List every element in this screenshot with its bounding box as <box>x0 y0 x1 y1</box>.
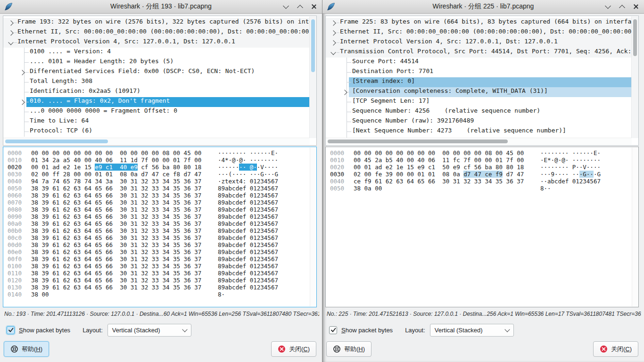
hex-row[interactable]: 005038 39 61 62 63 64 65 66 30 31 32 33 … <box>8 185 310 192</box>
tree-horizontal-scrollbar-thumb[interactable] <box>328 140 508 143</box>
hex-row[interactable]: 007038 39 61 62 63 64 65 66 30 31 32 33 … <box>8 199 310 206</box>
expander-expand-icon[interactable] <box>330 20 336 25</box>
hex-row[interactable]: 005038 0a 008·· <box>330 185 632 192</box>
tree-row[interactable]: .... 0101 = Header Length: 20 bytes (5) <box>3 58 310 67</box>
maximize-window-button[interactable] <box>619 3 625 10</box>
show-packet-bytes-checkbox[interactable] <box>7 326 15 334</box>
tree-row[interactable]: Frame 225: 83 bytes on wire (664 bits), … <box>326 18 632 28</box>
hex-row[interactable]: 001000 45 2a b5 40 00 40 06 11 fc 7f 00 … <box>330 156 632 164</box>
hex-row[interactable]: 0040ce f9 61 62 63 64 65 66 30 31 32 33 … <box>330 178 632 185</box>
hex-row[interactable]: 00e038 39 61 62 63 64 65 66 30 31 32 33 … <box>8 248 310 255</box>
tree-row[interactable]: Total Length: 308 <box>3 77 310 87</box>
packet-bytes-pane[interactable]: 000000 00 00 00 00 00 00 00 00 00 00 00 … <box>325 147 639 307</box>
expander-expand-icon[interactable] <box>330 40 336 45</box>
tree-row[interactable]: Sequence Number: 4256 (relative sequence… <box>326 107 632 117</box>
expander-expand-icon[interactable] <box>8 20 13 25</box>
tree-row[interactable]: Internet Protocol Version 4, Src: 127.0.… <box>326 38 632 48</box>
tree-row[interactable]: [Conversation completeness: Complete, WI… <box>326 87 632 97</box>
tree-row[interactable]: Source Port: 44514 <box>326 58 632 67</box>
hex-row[interactable]: 008038 39 61 62 63 64 65 66 30 31 32 33 … <box>8 206 310 213</box>
expander-expand-icon[interactable] <box>8 30 13 35</box>
show-packet-bytes-label[interactable]: Show packet bytes <box>341 327 393 334</box>
hex-vertical-scrollbar-track[interactable] <box>310 148 316 306</box>
hex-row[interactable]: 00a038 39 61 62 63 64 65 66 30 31 32 33 … <box>8 220 310 227</box>
tree-row[interactable]: [TCP Segment Len: 17] <box>326 97 632 107</box>
tree-horizontal-scrollbar-thumb[interactable] <box>5 140 108 143</box>
tree-row[interactable]: Differentiated Services Field: 0x00 (DSC… <box>3 67 310 77</box>
packet-summary-status: No.: 193 · Time: 201.471113126 · Source:… <box>4 311 319 317</box>
tree-horizontal-scrollbar-track[interactable] <box>3 138 310 145</box>
tree-row[interactable]: [Next Sequence Number: 4273 (relative se… <box>326 127 632 137</box>
tree-row[interactable]: Internet Protocol Version 4, Src: 127.0.… <box>3 38 310 48</box>
hex-row[interactable]: 00c038 39 61 62 63 64 65 66 30 31 32 33 … <box>8 234 310 241</box>
expander-expand-icon[interactable] <box>342 90 347 95</box>
hex-row[interactable]: 00f038 39 61 62 63 64 65 66 30 31 32 33 … <box>8 255 310 263</box>
hex-row[interactable]: 000000 00 00 00 00 00 00 00 00 00 00 00 … <box>8 149 310 156</box>
expander-expand-icon[interactable] <box>19 70 25 75</box>
hex-row[interactable]: 002000 01 ad e2 1e 15 e9 c1 40 e9 cf 56 … <box>8 164 310 171</box>
hex-ascii: ···9···· ···G···G <box>540 171 601 178</box>
titlebar[interactable]: Wireshark · 分组 193 · lib7.pcapng <box>0 0 322 14</box>
expander-expand-icon[interactable] <box>19 99 25 105</box>
tree-row[interactable]: 0100 .... = Version: 4 <box>3 48 310 58</box>
hex-row[interactable]: 004094 7a 74 65 78 74 34 3a 30 31 32 33 … <box>8 178 310 185</box>
expander-collapse-icon[interactable] <box>8 40 13 45</box>
hex-row[interactable]: 003002 00 ff 28 00 00 01 01 08 0a d7 47 … <box>8 171 310 178</box>
hex-ascii: 89abcdef 01234567 <box>218 248 278 255</box>
show-packet-bytes-label[interactable]: Show packet bytes <box>19 327 70 334</box>
tree-vertical-scrollbar-thumb[interactable] <box>633 19 637 56</box>
close-window-button[interactable] <box>311 3 317 10</box>
hex-row[interactable]: 002000 01 ad e2 1e 15 e9 c1 50 e9 cf 56 … <box>330 164 632 171</box>
hex-row[interactable]: 006038 39 61 62 63 64 65 66 30 31 32 33 … <box>8 192 310 199</box>
tree-row[interactable]: 010. .... = Flags: 0x2, Don't fragment <box>3 97 310 107</box>
tree-vertical-scrollbar-track[interactable] <box>631 16 638 138</box>
hex-row[interactable]: 003002 00 fe 39 00 00 01 01 08 0a d7 47 … <box>330 171 632 178</box>
hex-bytes: 01 34 2a a5 40 00 40 06 11 1d 7f 00 00 0… <box>31 156 206 164</box>
shade-window-button[interactable] <box>282 3 289 10</box>
hex-row[interactable]: 012038 39 61 62 63 64 65 66 30 31 32 33 … <box>8 277 310 284</box>
hex-row[interactable]: 010038 39 61 62 63 64 65 66 30 31 32 33 … <box>8 263 310 270</box>
tree-row[interactable]: ...0 0000 0000 0000 = Fragment Offset: 0 <box>3 107 310 117</box>
tree-row[interactable]: Ethernet II, Src: 00:00:00_00:00:00 (00:… <box>326 28 632 38</box>
tree-row[interactable]: Time to Live: 64 <box>3 117 310 127</box>
maximize-window-button[interactable] <box>297 3 303 10</box>
packet-detail-tree[interactable]: Frame 225: 83 bytes on wire (664 bits), … <box>325 16 639 146</box>
layout-select[interactable]: Vertical (Stacked) <box>107 324 191 337</box>
tree-row[interactable]: Protocol: TCP (6) <box>3 127 310 137</box>
hex-row[interactable]: 001001 34 2a a5 40 00 40 06 11 1d 7f 00 … <box>8 156 310 164</box>
close-window-button[interactable] <box>633 3 639 10</box>
packet-bytes-pane[interactable]: 000000 00 00 00 00 00 00 00 00 00 00 00 … <box>3 147 317 307</box>
hex-row[interactable]: 011038 39 61 62 63 64 65 66 30 31 32 33 … <box>8 270 310 277</box>
tree-vertical-scrollbar-thumb[interactable] <box>311 19 315 72</box>
close-icon <box>311 4 317 9</box>
tree-row[interactable]: [Stream index: 0] <box>326 77 632 87</box>
expander-collapse-icon[interactable] <box>330 49 336 55</box>
show-packet-bytes-checkbox[interactable] <box>329 326 337 334</box>
tree-row[interactable]: Destination Port: 7701 <box>326 67 632 77</box>
layout-select[interactable]: Vertical (Stacked) <box>430 324 514 337</box>
expander-expand-icon[interactable] <box>330 30 336 35</box>
hex-vertical-scrollbar-track[interactable] <box>632 148 638 306</box>
help-button[interactable]: 帮助(H) <box>4 341 49 357</box>
help-button[interactable]: 帮助(H) <box>326 341 372 357</box>
hex-row[interactable]: 00b038 39 61 62 63 64 65 66 30 31 32 33 … <box>8 227 310 234</box>
hex-row[interactable]: 009038 39 61 62 63 64 65 66 30 31 32 33 … <box>8 213 310 220</box>
hex-row[interactable]: 00d038 39 61 62 63 64 65 66 30 31 32 33 … <box>8 241 310 248</box>
packet-detail-tree[interactable]: Frame 193: 322 bytes on wire (2576 bits)… <box>3 16 317 146</box>
tree-horizontal-scrollbar-track[interactable] <box>326 138 632 145</box>
hex-row[interactable]: 014038 008· <box>8 291 310 298</box>
tree-row[interactable]: Sequence Number (raw): 3921760489 <box>326 117 632 127</box>
close-dialog-button[interactable]: 关闭(C) <box>271 341 316 357</box>
hex-offset: 0000 <box>8 149 24 156</box>
tree-row[interactable]: Frame 193: 322 bytes on wire (2576 bits)… <box>3 18 310 28</box>
hex-row[interactable]: 000000 00 00 00 00 00 00 00 00 00 00 00 … <box>330 149 632 156</box>
tree-vertical-scrollbar-track[interactable] <box>309 16 316 138</box>
hex-offset: 0100 <box>8 263 24 270</box>
titlebar[interactable]: Wireshark · 分组 225 · lib7.pcapng <box>322 0 644 14</box>
tree-row[interactable]: Transmission Control Protocol, Src Port:… <box>326 48 632 58</box>
close-dialog-button[interactable]: 关闭(C) <box>593 341 638 357</box>
hex-row[interactable]: 013038 39 61 62 63 64 65 66 30 31 32 33 … <box>8 284 310 291</box>
tree-row[interactable]: Identification: 0x2aa5 (10917) <box>3 87 310 97</box>
tree-row[interactable]: Ethernet II, Src: 00:00:00_00:00:00 (00:… <box>3 28 310 38</box>
shade-window-button[interactable] <box>604 3 611 10</box>
